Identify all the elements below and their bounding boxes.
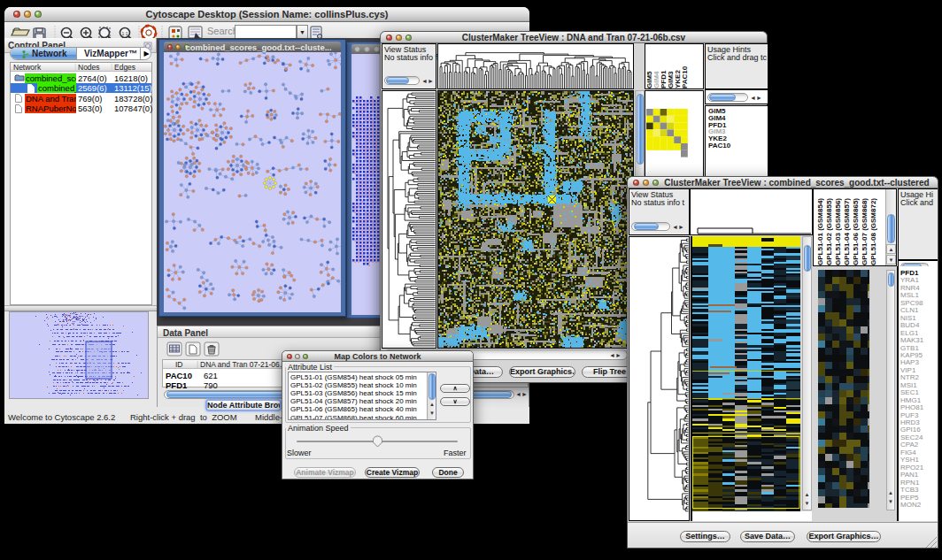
svg-text:1:1: 1:1 [122,31,128,36]
